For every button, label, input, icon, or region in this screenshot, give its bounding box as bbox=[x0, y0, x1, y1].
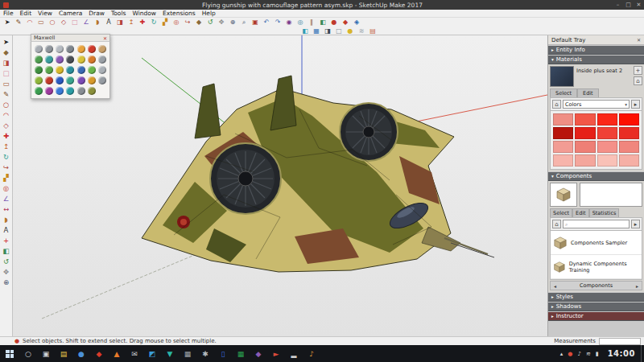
orange-sphere-icon[interactable] bbox=[88, 56, 96, 64]
follow-me-icon[interactable]: ↪ bbox=[182, 18, 193, 27]
color-swatch[interactable] bbox=[619, 141, 639, 153]
color-swatch[interactable] bbox=[575, 154, 595, 167]
position-camera-icon[interactable]: ◉ bbox=[283, 18, 295, 27]
gray-sphere-icon[interactable] bbox=[98, 76, 106, 84]
get-models-icon[interactable]: ◆ bbox=[340, 18, 351, 27]
section-plane-icon[interactable]: ◧ bbox=[1, 246, 11, 257]
select-tool-icon[interactable]: ➤ bbox=[1, 37, 11, 47]
volume-icon[interactable]: ♪ bbox=[577, 351, 580, 357]
create-material-button[interactable]: + bbox=[634, 66, 642, 75]
mail-icon[interactable]: ✉ bbox=[126, 345, 143, 362]
protractor-icon[interactable]: ◗ bbox=[1, 215, 11, 225]
previous-view-icon[interactable]: ↶ bbox=[261, 18, 272, 27]
paint-bucket-icon[interactable]: ◨ bbox=[1, 58, 11, 68]
materials-library-dropdown[interactable]: Colors ▾ bbox=[563, 100, 630, 109]
move-tool-icon[interactable]: ✚ bbox=[137, 18, 148, 27]
blue-sphere-icon[interactable] bbox=[56, 76, 64, 84]
color-swatch[interactable] bbox=[619, 113, 639, 125]
tape-measure-icon[interactable]: ∠ bbox=[1, 194, 11, 204]
color-swatch[interactable] bbox=[553, 154, 573, 167]
tape-measure-icon[interactable]: ∠ bbox=[80, 18, 92, 27]
close-button[interactable]: ✕ bbox=[634, 2, 644, 8]
start-button[interactable] bbox=[0, 345, 19, 362]
polygon-tool-icon[interactable]: ◇ bbox=[1, 121, 11, 131]
in-model-button[interactable]: ⌂ bbox=[634, 76, 642, 85]
red-sphere-icon[interactable] bbox=[45, 76, 53, 84]
tray-section-header[interactable]: ▸ Instructor bbox=[548, 312, 644, 321]
settings-icon[interactable]: ✱ bbox=[196, 345, 214, 362]
in-model-components-button[interactable]: ⌂ bbox=[552, 220, 561, 228]
tray-close-icon[interactable]: ✕ bbox=[637, 37, 641, 43]
music-icon[interactable]: ♪ bbox=[303, 345, 320, 362]
menu-item[interactable]: Help bbox=[199, 10, 219, 17]
details-arrow-button[interactable]: ▸ bbox=[631, 220, 640, 228]
menu-item[interactable]: Tools bbox=[108, 10, 129, 17]
back-arrow-icon[interactable]: ◂ bbox=[554, 283, 556, 289]
arc-tool-icon[interactable]: ◠ bbox=[1, 110, 11, 121]
calculator-icon[interactable]: ▦ bbox=[179, 345, 196, 362]
menu-item[interactable]: Draw bbox=[85, 10, 108, 17]
browser-icon[interactable]: ● bbox=[72, 345, 90, 362]
dimension-tool-icon[interactable]: ↔ bbox=[1, 204, 11, 215]
dark-sphere-icon[interactable] bbox=[66, 56, 74, 64]
magenta-sphere-icon[interactable] bbox=[45, 87, 53, 95]
scale-tool-icon[interactable]: ▞ bbox=[159, 18, 171, 27]
color-swatch[interactable] bbox=[575, 127, 595, 139]
green-sphere-icon[interactable] bbox=[35, 56, 43, 64]
gray-sphere-icon[interactable] bbox=[66, 45, 74, 53]
purple-sphere-icon[interactable] bbox=[56, 56, 64, 64]
look-around-icon[interactable]: ◎ bbox=[295, 18, 306, 27]
rectangle-tool-icon[interactable]: ▭ bbox=[1, 79, 11, 89]
components-tab[interactable]: Statistics bbox=[589, 208, 620, 217]
color-swatch[interactable] bbox=[553, 113, 573, 125]
file-explorer-icon[interactable]: ▤ bbox=[55, 345, 72, 362]
polygon-tool-icon[interactable]: ◇ bbox=[58, 18, 69, 27]
materials-header[interactable]: ▾ Materials bbox=[548, 56, 644, 64]
circle-tool-icon[interactable]: ○ bbox=[1, 100, 11, 110]
move-tool-icon[interactable]: ✚ bbox=[1, 131, 11, 142]
zoom-window-icon[interactable]: ⌕ bbox=[238, 18, 250, 27]
rotate-tool-icon[interactable]: ↻ bbox=[148, 18, 159, 27]
color-swatch[interactable] bbox=[619, 154, 639, 167]
zoom-extents-icon[interactable]: ▣ bbox=[250, 18, 261, 27]
cone-icon[interactable] bbox=[35, 66, 43, 74]
next-view-icon[interactable]: ↷ bbox=[272, 18, 283, 27]
menu-item[interactable]: Extensions bbox=[159, 10, 199, 17]
spreadsheet-icon[interactable]: ▦ bbox=[232, 345, 250, 362]
section-cut-icon[interactable]: ▤ bbox=[367, 27, 378, 35]
blue-sphere-icon[interactable] bbox=[77, 66, 85, 74]
teal-sphere-icon[interactable] bbox=[66, 76, 74, 84]
line-tool-icon[interactable]: ✎ bbox=[13, 18, 24, 27]
maximize-button[interactable]: □ bbox=[623, 2, 634, 8]
tree-icon[interactable] bbox=[45, 66, 53, 74]
color-swatch[interactable] bbox=[597, 113, 617, 125]
yellow-sphere-icon[interactable] bbox=[77, 56, 85, 64]
image-editor-icon[interactable]: ◆ bbox=[250, 345, 267, 362]
text-tool-icon[interactable]: A bbox=[1, 225, 11, 236]
teal-sphere-icon[interactable] bbox=[45, 56, 53, 64]
circle-tool-icon[interactable]: ○ bbox=[47, 18, 58, 27]
fog-toggle-icon[interactable]: ≋ bbox=[356, 27, 367, 35]
olive-sphere-icon[interactable] bbox=[88, 87, 96, 95]
eraser-tool-icon[interactable]: □ bbox=[1, 68, 11, 79]
flame-icon[interactable] bbox=[88, 45, 96, 53]
color-swatch[interactable] bbox=[597, 141, 617, 153]
pan-tool-icon[interactable]: ✥ bbox=[1, 267, 11, 278]
tan-sphere-icon[interactable] bbox=[98, 45, 106, 53]
leaf-icon[interactable] bbox=[88, 66, 96, 74]
menu-item[interactable]: File bbox=[0, 10, 17, 17]
text-tool-icon[interactable]: A bbox=[103, 18, 114, 27]
violet-sphere-icon[interactable] bbox=[77, 76, 85, 84]
tray-section-header[interactable]: ▸ Styles bbox=[548, 293, 644, 302]
show-desktop-button[interactable] bbox=[641, 345, 644, 362]
components-tab[interactable]: Edit bbox=[572, 208, 589, 217]
entity-info-header[interactable]: ▸ Entity Info bbox=[548, 46, 644, 55]
scale-tool-icon[interactable]: ▞ bbox=[1, 173, 11, 183]
section-plane-icon[interactable]: ◧ bbox=[317, 18, 328, 27]
component-item[interactable]: Components Sampler bbox=[551, 231, 642, 255]
color-swatch[interactable] bbox=[553, 141, 573, 153]
model-info-icon[interactable]: ◈ bbox=[351, 18, 362, 27]
textured-style-icon[interactable]: ▦ bbox=[311, 27, 322, 35]
palette-title-bar[interactable]: Maxwell ✕ bbox=[31, 34, 110, 42]
paint-bucket-icon[interactable]: ◨ bbox=[114, 18, 126, 27]
